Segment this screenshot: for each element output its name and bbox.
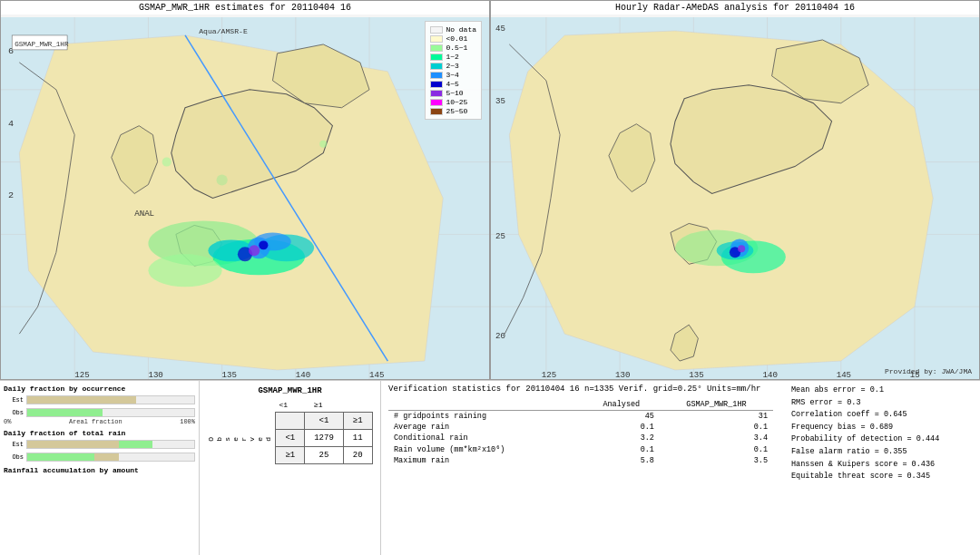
svg-point-21 — [162, 158, 172, 167]
svg-text:145: 145 — [837, 370, 851, 379]
svg-text:145: 145 — [369, 370, 384, 379]
legend-1-2: 1~2 — [430, 53, 476, 61]
stats-row-0: # gridpoints raining 45 31 — [388, 411, 773, 423]
gsmap-col-header: <1 ≥1 — [257, 401, 322, 409]
rain-chart: Est Obs — [4, 439, 195, 462]
stats-analysed-2: 3.2 — [583, 433, 660, 443]
legend-color-5-10 — [430, 90, 443, 97]
legend-10-25: 10~25 — [430, 98, 476, 106]
stats-table: Analysed GSMAP_MWR_1HR # gridpoints rain… — [388, 399, 773, 466]
legend-label-1-2: 1~2 — [446, 53, 458, 61]
est-bar-row: Est — [4, 394, 195, 405]
obs-rain-track — [26, 453, 195, 462]
occurrence-axis: 0% Areal fraction 100% — [4, 418, 195, 425]
cont-cell-00: 1279 — [305, 430, 344, 447]
legend-label-05-1: 0.5~1 — [446, 44, 467, 52]
contingency-title: GSMAP_MWR_1HR — [258, 386, 321, 395]
stats-row-1: Average rain 0.1 0.1 — [388, 422, 773, 433]
legend-25-50: 25~50 — [430, 107, 476, 115]
svg-text:Aqua/AMSR-E: Aqua/AMSR-E — [199, 27, 248, 35]
stat-rms-error: RMS error = 0.3 — [791, 397, 973, 410]
rainfall-title: Rainfall accumulation by amount — [4, 466, 195, 474]
obs-label: Obs — [4, 409, 24, 416]
stat-mean-abs-error: Mean abs error = 0.1 — [791, 385, 973, 397]
svg-text:135: 135 — [689, 370, 703, 379]
svg-point-20 — [259, 240, 268, 249]
obs-bar-row: Obs — [4, 407, 195, 418]
legend-no-data: No data — [430, 25, 476, 34]
legend-label-10-25: 10~25 — [446, 98, 467, 106]
svg-text:140: 140 — [762, 370, 777, 379]
contingency-panel: GSMAP_MWR_1HR <1 ≥1 Observed <1 ≥1 — [200, 381, 381, 555]
cont-row-0: <1 1279 11 — [276, 430, 372, 447]
svg-point-22 — [319, 141, 327, 148]
stats-label-1: Average rain — [388, 422, 583, 433]
cont-cell-10: 25 — [305, 447, 344, 464]
svg-text:20: 20 — [495, 331, 505, 341]
occurrence-chart: Est Obs — [4, 394, 195, 418]
svg-point-23 — [217, 175, 228, 186]
stats-panel: Verification statistics for 20110404 16 … — [381, 381, 980, 555]
cont-row-lt1-label: <1 — [276, 430, 305, 447]
stats-gsmap-1: 0.1 — [660, 422, 773, 433]
obs-bar-fill — [27, 409, 103, 416]
stats-label-3: Rain volume (mm*km²x10⁶) — [388, 443, 583, 455]
stats-col-analysed: Analysed — [583, 399, 660, 411]
svg-marker-10 — [19, 35, 443, 370]
svg-text:ANAL: ANAL — [134, 209, 154, 219]
svg-text:125: 125 — [542, 370, 556, 379]
legend-panel: No data <0.01 0.5~1 1~2 2~3 — [425, 21, 482, 120]
svg-text:125: 125 — [74, 370, 89, 379]
est-rain-track — [26, 440, 195, 449]
est-rain-bar-row: Est — [4, 439, 195, 450]
provided-by-label: Provided by: JWA/JMA — [885, 367, 972, 375]
legend-color-001 — [430, 35, 443, 43]
left-map-title: GSMAP_MWR_1HR estimates for 20110404 16 — [1, 1, 489, 15]
right-map-svg-area: 45 35 25 20 125 130 135 140 145 15 — [491, 17, 979, 379]
svg-text:35: 35 — [495, 96, 505, 106]
legend-color-3-4 — [430, 72, 443, 79]
legend-001: <0.01 — [430, 34, 476, 43]
legend-label-5-10: 5~10 — [446, 89, 463, 97]
legend-color-10-25 — [430, 99, 443, 106]
svg-point-19 — [249, 245, 260, 256]
stat-hanssen-kuipers: Hanssen & Kuipers score = 0.436 — [791, 459, 973, 472]
legend-4-5: 4~5 — [430, 80, 476, 88]
svg-text:135: 135 — [222, 370, 237, 379]
est-rain-label: Est — [4, 441, 24, 448]
legend-label-no-data: No data — [446, 25, 476, 34]
main-container: GSMAP_MWR_1HR estimates for 20110404 16 — [0, 0, 980, 555]
stats-right: Mean abs error = 0.1 RMS error = 0.3 Cor… — [791, 385, 973, 551]
legend-label-3-4: 3~4 — [446, 71, 458, 79]
obs-vertical-label: Observed — [207, 435, 272, 442]
stats-analysed-3: 0.1 — [583, 443, 660, 455]
cont-blank-header — [276, 413, 305, 430]
stats-analysed-0: 45 — [583, 411, 660, 423]
legend-3-4: 3~4 — [430, 71, 476, 79]
legend-label-4-5: 4~5 — [446, 80, 458, 88]
rain-title: Daily fraction of total rain — [4, 429, 195, 437]
cont-cell-11: 20 — [343, 447, 372, 464]
stats-label-4: Maximum rain — [388, 455, 583, 466]
obs-bar-track — [26, 408, 195, 417]
svg-point-13 — [148, 254, 221, 287]
stats-analysed-4: 5.8 — [583, 455, 660, 466]
legend-color-05-1 — [430, 44, 443, 52]
stats-left: Verification statistics for 20110404 16 … — [388, 385, 773, 551]
svg-text:2: 2 — [8, 191, 14, 201]
maps-row: GSMAP_MWR_1HR estimates for 20110404 16 — [0, 0, 980, 381]
svg-text:130: 130 — [615, 370, 630, 379]
stat-false-alarm-ratio: False alarm ratio = 0.355 — [791, 446, 973, 459]
bottom-row: Daily fraction by occurrence Est Obs — [0, 381, 980, 555]
stats-gsmap-3: 0.1 — [660, 443, 773, 455]
legend-05-1: 0.5~1 — [430, 44, 476, 52]
svg-text:25: 25 — [495, 231, 505, 241]
right-map-title: Hourly Radar-AMeDAS analysis for 2011040… — [491, 1, 979, 15]
svg-text:45: 45 — [495, 24, 505, 34]
stat-equitable-threat: Equitable threat score = 0.345 — [791, 471, 973, 483]
svg-text:GSMAP_MWR_1HR: GSMAP_MWR_1HR — [15, 41, 69, 48]
legend-color-4-5 — [430, 81, 443, 88]
cont-row-1: ≥1 25 20 — [276, 447, 372, 464]
cont-lt1-header: <1 — [305, 413, 344, 430]
legend-color-no-data — [430, 26, 443, 34]
